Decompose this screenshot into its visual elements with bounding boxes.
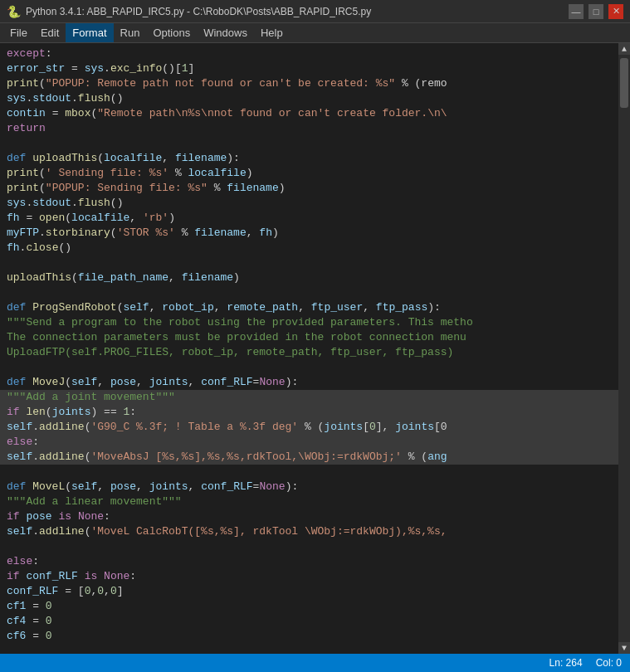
- python-icon: 🐍: [7, 5, 21, 18]
- code-line: self.addline('MoveAbsJ [%s,%s],%s,%s,rdk…: [0, 450, 618, 465]
- code-line: UploadFTP(self.PROG_FILES, robot_ip, rem…: [0, 345, 618, 360]
- code-line: return: [0, 121, 618, 136]
- code-line: else:: [0, 554, 618, 569]
- code-line: myFTP.storbinary('STOR %s' % filename, f…: [0, 226, 618, 241]
- status-info: Ln: 264 Col: 0: [549, 657, 622, 669]
- menu-options[interactable]: Options: [146, 23, 197, 42]
- scroll-track[interactable]: [620, 56, 628, 640]
- menu-format[interactable]: Format: [66, 23, 113, 42]
- close-button[interactable]: ✕: [608, 4, 623, 19]
- window-controls: — □ ✕: [569, 4, 623, 19]
- code-line: print(' Sending file: %s' % localfile): [0, 166, 618, 181]
- scroll-up-arrow[interactable]: ▲: [618, 43, 630, 55]
- window-title: Python 3.4.1: ABB_RAPID_IRC5.py - C:\Rob…: [26, 6, 569, 17]
- code-line: print("POPUP: Remote path not found or c…: [0, 76, 618, 91]
- menu-windows[interactable]: Windows: [197, 23, 254, 42]
- code-line: def MoveJ(self, pose, joints, conf_RLF=N…: [0, 375, 618, 390]
- scroll-thumb[interactable]: [620, 58, 628, 108]
- code-line: else:: [0, 435, 618, 450]
- code-line: cf4 = 0: [0, 614, 618, 629]
- code-line: contin = mbox("Remote path\n%s\nnot foun…: [0, 106, 618, 121]
- code-line: """Add a joint movement""": [0, 390, 618, 405]
- scroll-down-arrow[interactable]: ▼: [618, 642, 630, 654]
- code-line: sys.stdout.flush(): [0, 91, 618, 106]
- menu-bar: File Edit Format Run Options Windows Hel…: [0, 23, 630, 43]
- col-number: Col: 0: [596, 657, 622, 669]
- code-line: print("POPUP: Sending file: %s" % filena…: [0, 181, 618, 196]
- code-line: self.addline('MoveL CalcRobT([%s,%s], rd…: [0, 524, 618, 539]
- code-line: def ProgSendRobot(self, robot_ip, remote…: [0, 300, 618, 315]
- code-scroll[interactable]: except: error_str = sys.exc_info()[1] pr…: [0, 43, 618, 654]
- code-area: except: error_str = sys.exc_info()[1] pr…: [0, 43, 630, 654]
- code-line: [0, 256, 618, 270]
- code-line: def uploadThis(localfile, filename):: [0, 151, 618, 166]
- code-line: [0, 285, 618, 300]
- code-line: cf6 = 0: [0, 629, 618, 644]
- menu-run[interactable]: Run: [114, 23, 147, 42]
- code-line: [0, 539, 618, 554]
- code-line: sys.stdout.flush(): [0, 196, 618, 211]
- title-bar: 🐍 Python 3.4.1: ABB_RAPID_IRC5.py - C:\R…: [0, 0, 630, 23]
- status-bar: Ln: 264 Col: 0: [0, 654, 630, 672]
- code-line: def MoveL(self, pose, joints, conf_RLF=N…: [0, 480, 618, 494]
- code-line: if conf_RLF is None:: [0, 569, 618, 584]
- code-line: error_str = sys.exc_info()[1]: [0, 61, 618, 76]
- code-line: [0, 136, 618, 151]
- code-line: """Send a program to the robot using the…: [0, 315, 618, 330]
- code-line: if len(joints) == 1:: [0, 405, 618, 420]
- code-line: uploadThis(file_path_name, filename): [0, 270, 618, 285]
- code-line: [0, 360, 618, 375]
- code-line: """Add a linear movement""": [0, 494, 618, 509]
- code-line: fh.close(): [0, 241, 618, 256]
- menu-file[interactable]: File: [3, 23, 34, 42]
- line-number: Ln: 264: [549, 657, 583, 669]
- code-line: except:: [0, 46, 618, 61]
- code-line: self.addline('G90_C %.3f; ! Table a %.3f…: [0, 420, 618, 435]
- maximize-button[interactable]: □: [588, 4, 603, 19]
- code-line: cf1 = 0: [0, 599, 618, 614]
- code-line: The connection parameters must be provid…: [0, 330, 618, 345]
- code-line: fh = open(localfile, 'rb'): [0, 211, 618, 226]
- menu-edit[interactable]: Edit: [34, 23, 66, 42]
- code-line: if pose is None:: [0, 509, 618, 524]
- code-line: [0, 465, 618, 480]
- code-line: conf_RLF = [0,0,0]: [0, 584, 618, 599]
- menu-help[interactable]: Help: [254, 23, 290, 42]
- minimize-button[interactable]: —: [569, 4, 584, 19]
- scrollbar[interactable]: ▲ ▼: [618, 43, 630, 654]
